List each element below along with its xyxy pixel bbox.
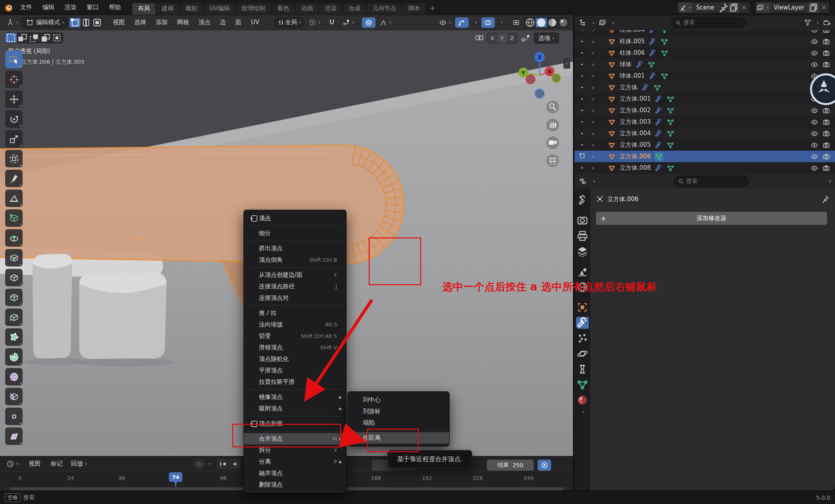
outliner-row[interactable]: •›球体: [575, 59, 835, 70]
menu-item-0[interactable]: 细分: [244, 228, 346, 239]
delete-viewlayer-icon[interactable]: ×: [819, 2, 829, 13]
outliner-filter-icon[interactable]: [597, 19, 607, 27]
disable-in-renders-icon[interactable]: [822, 141, 830, 149]
properties-tab-scene[interactable]: [576, 266, 589, 278]
shading-material-button[interactable]: [547, 18, 558, 27]
mesh-data-icon[interactable]: [666, 118, 674, 126]
menu-item-7[interactable]: 连接顶点对: [244, 292, 346, 304]
tool-scale[interactable]: [5, 130, 23, 148]
new-scene-icon[interactable]: [729, 2, 739, 13]
scene-selector[interactable]: ∨ Scene ×: [678, 2, 750, 13]
mesh-data-icon[interactable]: [661, 38, 668, 46]
properties-editor-icon[interactable]: [578, 177, 588, 185]
select-mode-new-button[interactable]: [5, 33, 17, 43]
mesh-data-icon[interactable]: [661, 30, 668, 34]
hide-in-viewport-icon[interactable]: [810, 49, 818, 57]
properties-collapse-icon[interactable]: ∨: [828, 179, 832, 183]
gizmo-dropdown[interactable]: ∨: [470, 17, 480, 28]
sidebar-collapse-arrow[interactable]: ‹: [563, 58, 570, 69]
show-overlays-toggle[interactable]: [481, 17, 495, 28]
hide-in-viewport-icon[interactable]: [810, 61, 818, 69]
outliner-row[interactable]: •›球体.001: [575, 70, 835, 82]
gizmo-y-neg[interactable]: [552, 74, 561, 83]
snap-target-button[interactable]: ∨: [340, 17, 358, 28]
viewlayer-selector[interactable]: ∨ ViewLayer ×: [755, 2, 829, 13]
mesh-data-icon[interactable]: [661, 72, 668, 80]
menu-item-13[interactable]: 顶点随机化: [244, 353, 346, 365]
workspace-tab-10[interactable]: 脚本: [402, 3, 425, 15]
modifier-icon[interactable]: [649, 38, 657, 46]
outliner-row[interactable]: •›立方体.002: [575, 105, 835, 116]
menu-item-20[interactable]: 顶点折痕: [244, 418, 346, 429]
tabs-overflow-icon[interactable]: ∨: [582, 410, 584, 414]
modifier-icon[interactable]: [636, 61, 643, 69]
tool-move[interactable]: [5, 90, 23, 108]
mesh-data-icon[interactable]: [653, 84, 661, 92]
timeline-menu-1[interactable]: 标记: [46, 460, 68, 468]
workspace-tab-8[interactable]: 合成: [343, 3, 366, 15]
workspace-tab-7[interactable]: 渲染: [319, 3, 342, 15]
menu-item-24[interactable]: 分离P▶: [244, 456, 346, 468]
menu-item-26[interactable]: 删除顶点: [244, 479, 346, 491]
menubar-item-0[interactable]: 文件: [15, 4, 37, 11]
modifier-icon[interactable]: [655, 95, 663, 103]
menubar-item-3[interactable]: 窗口: [82, 4, 104, 11]
current-frame-indicator[interactable]: 74: [169, 472, 182, 482]
disable-in-renders-icon[interactable]: [822, 118, 830, 126]
properties-tab-tool[interactable]: [576, 194, 589, 206]
outliner-row[interactable]: ›立方体.006: [575, 151, 835, 162]
menu-item-9[interactable]: 推 / 拉: [244, 307, 346, 319]
tool-spin[interactable]: [5, 348, 23, 366]
outliner-row[interactable]: •›立方体: [575, 82, 835, 93]
edge-select-mode-button[interactable]: [80, 18, 92, 27]
menu-item-10[interactable]: 法向缩放Alt S: [244, 319, 346, 330]
mirror-z-button[interactable]: Z: [507, 33, 517, 43]
mesh-data-icon[interactable]: [666, 130, 674, 138]
mesh-data-icon[interactable]: [666, 141, 674, 149]
grid-view-button[interactable]: [546, 154, 559, 167]
menubar-item-4[interactable]: 帮助: [104, 4, 126, 11]
expand-icon[interactable]: ›: [586, 73, 602, 80]
tool-select-box[interactable]: [5, 51, 23, 68]
tool-loop-cut[interactable]: [5, 289, 23, 306]
menu-item-14[interactable]: 平滑顶点: [244, 365, 346, 376]
pan-hand-button[interactable]: [546, 119, 559, 131]
modifier-icon[interactable]: [649, 49, 657, 57]
menu-item-2[interactable]: 挤出顶点: [244, 243, 346, 254]
overlays-dropdown[interactable]: ∨: [496, 17, 506, 28]
tool-shear[interactable]: [5, 427, 23, 445]
expand-icon[interactable]: ›: [586, 96, 602, 103]
menubar-item-1[interactable]: 编辑: [37, 4, 59, 11]
tool-extrude-region[interactable]: [5, 229, 23, 247]
timeline-menu-playback[interactable]: 回放∨: [68, 458, 90, 470]
expand-icon[interactable]: ›: [586, 119, 602, 126]
auto-keying-toggle[interactable]: [538, 460, 551, 471]
select-mode-subtract-button[interactable]: [28, 33, 40, 43]
expand-icon[interactable]: ›: [586, 107, 602, 114]
hide-in-viewport-icon[interactable]: [810, 38, 818, 46]
expand-icon[interactable]: ›: [586, 30, 602, 34]
menu-item-17[interactable]: 镜像顶点▶: [244, 391, 346, 403]
display-mode-icon[interactable]: [578, 19, 588, 27]
disable-in-renders-icon[interactable]: [822, 130, 830, 138]
mesh-data-icon[interactable]: [666, 164, 674, 172]
proportional-editing-toggle[interactable]: [362, 17, 375, 28]
blender-logo-icon[interactable]: [4, 3, 13, 12]
workspace-tab-2[interactable]: 雕刻: [180, 3, 203, 15]
menu-item-5[interactable]: 从顶点创建边/面F: [244, 269, 346, 281]
tool-transform[interactable]: [5, 150, 23, 167]
properties-tab-material[interactable]: [576, 394, 589, 406]
viewlayer-name[interactable]: ViewLayer: [770, 4, 808, 11]
xray-toggle[interactable]: [509, 17, 523, 28]
viewport-menu-0[interactable]: 视图: [108, 19, 130, 26]
outliner-row[interactable]: •›立方体.003: [575, 116, 835, 128]
add-workspace-button[interactable]: +: [426, 3, 439, 15]
hide-in-viewport-icon[interactable]: [810, 118, 818, 126]
tool-rotate[interactable]: [5, 110, 23, 128]
properties-tab-world[interactable]: [576, 281, 589, 293]
timeline-menu-0[interactable]: 视图: [23, 460, 46, 468]
motion-path-icon[interactable]: [520, 33, 532, 43]
disable-in-renders-icon[interactable]: [822, 30, 830, 34]
expand-icon[interactable]: ›: [586, 38, 602, 45]
new-viewlayer-icon[interactable]: [808, 2, 819, 13]
